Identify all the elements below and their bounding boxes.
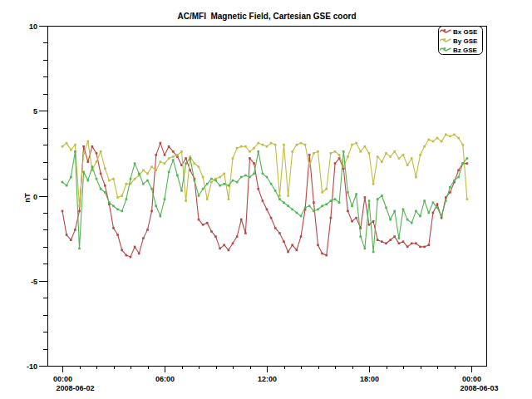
data-point-marker [334,150,337,153]
data-point-marker [172,155,175,158]
data-point-marker [253,173,255,175]
chart-frame [48,27,487,367]
data-point-marker [266,176,268,179]
data-point-marker [232,157,234,160]
data-point-marker [126,183,128,185]
x-tick-label: 18:00 [360,375,379,383]
data-point-marker [287,251,289,254]
data-point-marker [325,254,328,257]
data-point-marker [278,232,281,234]
data-point-marker [172,159,175,161]
data-point-marker [402,154,405,156]
data-point-marker [449,186,451,189]
data-point-marker [116,234,119,236]
data-point-marker [325,188,328,190]
data-point-marker [278,195,281,197]
data-point-marker [104,168,106,170]
data-point-marker [219,185,221,187]
data-point-marker [377,155,379,158]
data-point-marker [270,183,273,185]
data-point-marker [411,222,413,224]
data-point-marker [104,191,106,194]
data-point-marker [108,201,111,204]
x-tick-label: 06:00 [155,375,175,383]
data-point-marker [96,152,98,155]
data-point-marker [270,217,273,219]
data-point-marker [249,176,251,179]
data-point-marker [402,240,405,243]
data-point-marker [244,232,247,234]
data-point-marker [445,200,447,202]
data-point-marker [78,205,81,208]
data-point-marker [283,201,285,204]
data-point-marker [146,229,149,231]
data-point-marker [359,235,362,238]
y-tick-label: 5 [33,107,37,116]
data-point-marker [317,244,319,247]
data-point-marker [411,243,413,245]
data-point-marker [381,160,383,163]
data-point-marker [262,173,264,175]
data-point-marker [317,150,319,153]
data-point-marker [355,193,357,195]
data-point-marker [330,217,332,219]
data-point-marker [91,145,94,148]
data-point-marker [313,210,315,213]
x-tick-label: 12:00 [258,375,277,383]
data-point-marker [432,212,435,214]
data-point-marker [257,150,259,153]
y-tick-label: 10 [29,22,37,31]
data-point-marker [130,178,132,180]
data-point-marker [253,162,255,165]
data-point-marker [240,176,243,179]
data-point-marker [82,171,85,174]
data-point-marker [210,230,213,233]
data-point-marker [66,234,68,236]
data-point-marker [296,144,298,146]
x-date-label: 2008-06-02 [57,384,95,392]
x-date-label: 2008-06-03 [461,384,499,392]
data-point-marker [150,188,153,190]
data-point-marker [304,207,307,209]
data-point-marker [70,176,72,179]
data-point-marker [146,180,149,182]
data-point-marker [419,154,421,156]
data-point-marker [338,154,341,156]
data-point-marker [457,176,460,179]
data-point-marker [466,198,469,200]
data-point-marker [232,180,234,182]
data-point-marker [300,142,303,145]
data-point-marker [347,191,349,194]
data-point-marker [126,198,128,200]
data-point-marker [244,145,247,148]
data-point-marker [274,227,277,229]
data-point-marker [364,248,367,250]
data-point-marker [406,164,409,166]
data-point-marker [164,154,166,156]
data-point-marker [82,145,85,148]
data-point-marker [91,165,94,168]
data-point-marker [223,244,225,247]
data-point-marker [160,142,162,145]
data-point-marker [321,205,323,208]
data-point-marker [96,178,98,180]
data-point-marker [194,180,196,182]
data-point-marker [308,154,311,156]
data-point-marker [202,224,204,226]
data-point-marker [257,188,259,190]
data-point-marker [112,205,115,208]
data-point-marker [372,251,375,254]
data-point-marker [100,150,102,153]
data-point-marker [423,246,426,249]
data-point-marker [134,162,136,165]
data-point-marker [160,215,162,218]
data-point-marker [291,150,293,153]
data-point-marker [223,173,225,175]
data-point-marker [142,170,145,172]
data-point-marker [359,150,362,153]
y-axis-title: nT [22,193,32,203]
data-point-marker [236,147,239,150]
data-point-marker [249,157,251,160]
data-point-marker [466,162,469,165]
data-point-marker [121,249,123,252]
